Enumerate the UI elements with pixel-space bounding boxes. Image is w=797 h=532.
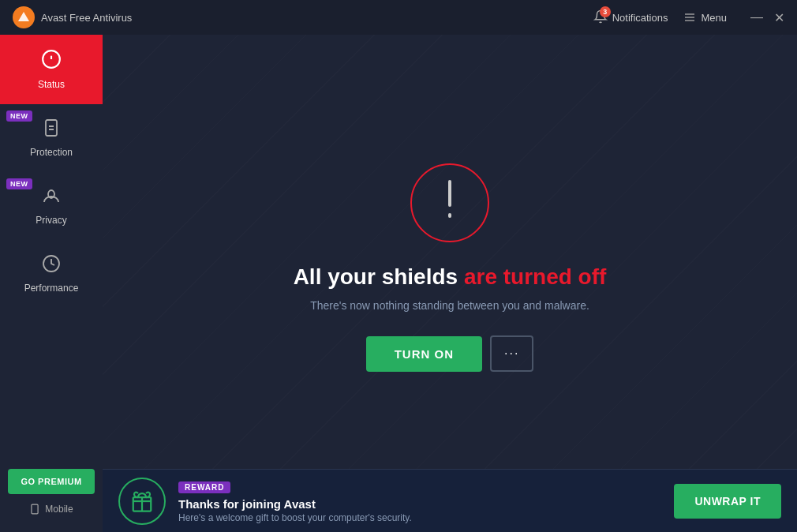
reward-title: Thanks for joining Avast: [178, 497, 661, 511]
sidebar-item-protection[interactable]: NEW Protection: [0, 104, 103, 172]
sidebar-status-label: Status: [38, 79, 65, 90]
window-controls: — ✕: [750, 10, 784, 25]
headline-part2: are turned off: [464, 264, 606, 289]
svg-rect-6: [46, 120, 57, 136]
reward-text: REWARD Thanks for joining Avast Here's a…: [178, 479, 661, 523]
bell-icon: 3: [593, 9, 608, 26]
go-premium-button[interactable]: GO PREMIUM: [8, 469, 95, 494]
reward-badge: REWARD: [178, 481, 230, 493]
notifications-button[interactable]: 3 Notifications: [593, 9, 668, 26]
more-options-button[interactable]: ···: [490, 335, 533, 372]
avast-icon: [13, 6, 35, 28]
minimize-button[interactable]: —: [750, 10, 763, 24]
status-icon: [41, 49, 62, 74]
sidebar-item-mobile[interactable]: Mobile: [8, 494, 95, 524]
protection-icon: [42, 118, 61, 142]
exclamation-icon: [434, 177, 466, 229]
sidebar-performance-label: Performance: [24, 283, 79, 294]
menu-button[interactable]: Menu: [683, 11, 727, 24]
sidebar-bottom: GO PREMIUM Mobile: [0, 461, 103, 532]
main-content: All your shields are turned off There's …: [103, 35, 797, 532]
sidebar-item-privacy[interactable]: NEW Privacy: [0, 172, 103, 240]
warning-circle: [410, 163, 489, 242]
close-button[interactable]: ✕: [774, 10, 784, 25]
reward-banner: REWARD Thanks for joining Avast Here's a…: [103, 469, 797, 532]
titlebar: Avast Free Antivirus 3 Notifications Men…: [0, 0, 797, 35]
app-title: Avast Free Antivirus: [41, 12, 132, 24]
subtitle-text: There's now nothing standing between you…: [310, 299, 589, 312]
svg-rect-12: [448, 213, 451, 218]
sidebar-protection-label: Protection: [30, 147, 73, 158]
protection-new-badge: NEW: [6, 111, 32, 122]
mobile-label: Mobile: [45, 504, 73, 515]
performance-icon: [42, 254, 61, 278]
titlebar-right: 3 Notifications Menu — ✕: [593, 9, 784, 26]
privacy-icon: [42, 186, 61, 210]
privacy-new-badge: NEW: [6, 178, 32, 189]
menu-label: Menu: [701, 12, 727, 24]
sidebar-item-status[interactable]: Status: [0, 35, 103, 104]
notifications-label: Notifications: [612, 12, 668, 24]
action-row: TURN ON ···: [366, 335, 534, 372]
unwrap-button[interactable]: UNWRAP IT: [674, 484, 781, 519]
notification-count: 3: [600, 6, 611, 17]
svg-rect-11: [448, 180, 451, 207]
turn-on-button[interactable]: TURN ON: [366, 336, 482, 372]
main-layout: Status NEW Protection NEW Privacy: [0, 35, 797, 532]
app-logo: Avast Free Antivirus: [13, 6, 132, 28]
reward-description: Here's a welcome gift to boost your comp…: [178, 512, 661, 523]
sidebar-privacy-label: Privacy: [36, 215, 66, 226]
sidebar-item-performance[interactable]: Performance: [0, 240, 103, 308]
headline-part1: All your shields: [294, 264, 464, 289]
sidebar: Status NEW Protection NEW Privacy: [0, 35, 103, 532]
content-area: All your shields are turned off There's …: [103, 35, 797, 532]
headline: All your shields are turned off: [294, 264, 607, 290]
gift-icon: [118, 478, 166, 525]
